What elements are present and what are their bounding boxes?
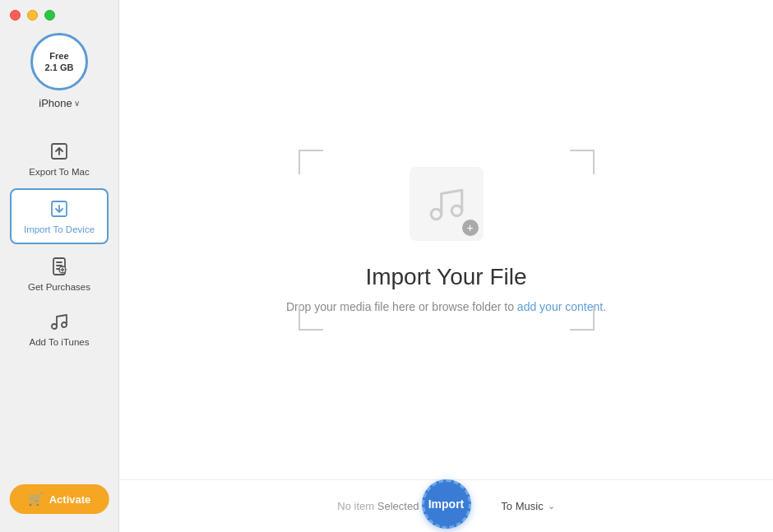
to-music-selector[interactable]: To Music ⌄ <box>501 500 554 512</box>
close-button[interactable] <box>10 10 21 21</box>
sidebar-item-get-purchases[interactable]: Get Purchases <box>10 247 109 300</box>
sidebar-item-label-get-purchases: Get Purchases <box>28 282 90 294</box>
chevron-down-icon: ∨ <box>74 99 80 108</box>
bracket-top-right <box>570 150 595 174</box>
traffic-lights <box>10 10 55 21</box>
to-music-label: To Music <box>501 500 543 512</box>
device-free-storage: Free 2.1 GB <box>45 50 74 74</box>
minimize-button[interactable] <box>27 10 38 21</box>
export-icon <box>47 139 72 164</box>
svg-point-7 <box>451 206 462 216</box>
activate-button[interactable]: 🛒 Activate <box>10 484 109 514</box>
plus-badge: + <box>462 220 479 236</box>
sidebar-item-add-to-itunes[interactable]: Add To iTunes <box>10 303 109 355</box>
import-icon <box>47 197 72 221</box>
sidebar-nav: Export To Mac Import To Device <box>0 132 118 355</box>
chevron-icon: ⌄ <box>548 501 555 511</box>
main-content: + Import Your File Drop your media file … <box>119 0 773 532</box>
sidebar-item-label-import-to-device: Import To Device <box>24 224 95 236</box>
bracket-top-left <box>299 150 323 174</box>
sidebar-item-export-to-mac[interactable]: Export To Mac <box>10 132 109 185</box>
svg-point-6 <box>431 209 442 220</box>
sidebar-item-label-add-to-itunes: Add To iTunes <box>30 337 90 349</box>
bottom-bar: No item Selected Import To Music ⌄ <box>119 479 773 532</box>
device-info: Free 2.1 GB iPhone ∨ <box>30 33 88 109</box>
bracket-bottom-left <box>299 306 323 331</box>
bracket-bottom-right <box>570 306 595 331</box>
device-name[interactable]: iPhone ∨ <box>39 97 79 109</box>
svg-point-4 <box>52 324 57 329</box>
device-storage-circle: Free 2.1 GB <box>30 33 88 90</box>
drop-area[interactable]: + Import Your File Drop your media file … <box>119 0 773 479</box>
music-icon-container: + <box>410 167 484 241</box>
music-file-icon <box>426 183 467 224</box>
cart-icon: 🛒 <box>28 492 44 507</box>
sidebar: Free 2.1 GB iPhone ∨ Export To Mac <box>0 0 119 532</box>
sidebar-item-import-to-device[interactable]: Import To Device <box>10 188 109 244</box>
no-item-selected: No item Selected <box>337 500 419 512</box>
purchases-icon <box>47 254 72 279</box>
import-button[interactable]: Import <box>422 479 471 529</box>
sidebar-item-label-export-to-mac: Export To Mac <box>29 167 89 178</box>
music-note-icon <box>47 309 72 334</box>
maximize-button[interactable] <box>44 10 55 21</box>
